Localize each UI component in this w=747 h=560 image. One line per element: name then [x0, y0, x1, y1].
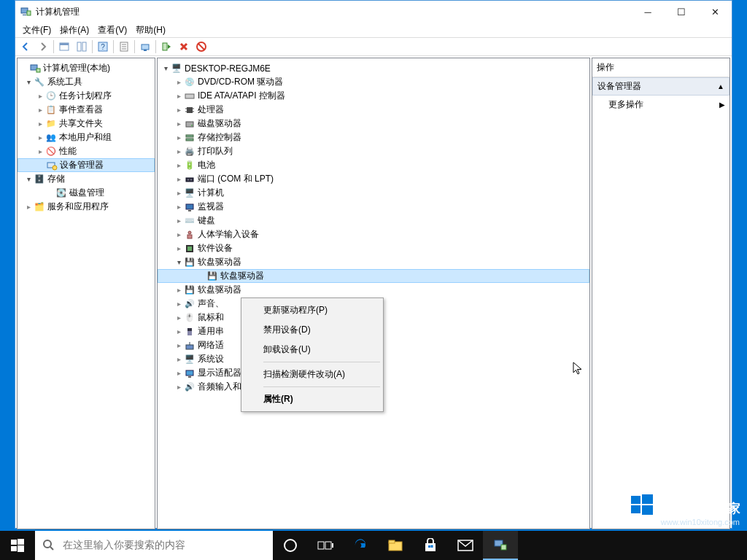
properties-button[interactable]: [116, 39, 132, 55]
disable-button[interactable]: [176, 39, 192, 55]
start-button[interactable]: [0, 531, 35, 560]
expand-icon[interactable]: [35, 92, 45, 100]
expand-icon[interactable]: [174, 217, 184, 225]
device-storage-ctrl[interactable]: 存储控制器: [158, 131, 589, 144]
taskbar-search[interactable]: 在这里输入你要搜索的内容: [35, 531, 273, 560]
tree-disk-mgmt[interactable]: 💽磁盘管理: [18, 186, 155, 200]
tree-task-scheduler[interactable]: 🕒任务计划程序: [18, 89, 155, 103]
actions-more[interactable]: 更多操作 ▶: [592, 96, 729, 114]
device-dvd[interactable]: 💿DVD/CD-ROM 驱动器: [158, 75, 589, 89]
tree-event-viewer[interactable]: 📋事件查看器: [18, 103, 155, 117]
up-button[interactable]: [56, 39, 72, 55]
tree-local-users[interactable]: 👥本地用户和组: [18, 131, 155, 144]
show-hide-button[interactable]: [74, 39, 90, 55]
node-label: 磁盘管理: [69, 187, 104, 199]
device-floppy-ctrl[interactable]: 💾软盘驱动器: [158, 255, 589, 269]
minimize-button[interactable]: ─: [631, 1, 665, 23]
expand-icon[interactable]: [174, 189, 184, 197]
expand-icon[interactable]: [174, 133, 184, 141]
tree-services-apps[interactable]: 🗂️服务和应用程序: [18, 200, 155, 214]
device-floppy-drive[interactable]: 💾软盘驱动器: [158, 269, 589, 283]
node-label: 任务计划程序: [59, 90, 112, 102]
expand-icon[interactable]: [174, 314, 184, 322]
actions-section[interactable]: 设备管理器 ▲: [592, 77, 729, 96]
tree-system-tools[interactable]: 🔧系统工具: [18, 75, 155, 89]
help-button[interactable]: ?: [95, 39, 111, 55]
expand-icon[interactable]: [35, 133, 45, 141]
expand-icon[interactable]: [174, 300, 184, 308]
device-print[interactable]: 🖨️打印队列: [158, 144, 589, 158]
device-host[interactable]: 🖥️DESKTOP-REGJM6E: [158, 61, 589, 75]
mail-button[interactable]: [448, 531, 483, 560]
expand-icon[interactable]: [174, 92, 184, 100]
svg-rect-46: [188, 376, 191, 378]
menu-help[interactable]: 帮助(H): [131, 23, 170, 38]
ctx-uninstall-device[interactable]: 卸载设备(U): [243, 340, 382, 359]
expand-icon[interactable]: [23, 175, 34, 183]
store-button[interactable]: [413, 531, 448, 560]
expand-icon[interactable]: [35, 147, 45, 155]
taskview-button[interactable]: [308, 531, 343, 560]
expand-icon[interactable]: [174, 147, 184, 155]
tree-storage[interactable]: 🗄️存储: [18, 172, 155, 186]
device-ports[interactable]: 端口 (COM 和 LPT): [158, 172, 589, 186]
explorer-button[interactable]: [378, 531, 413, 560]
expand-icon[interactable]: [174, 78, 184, 86]
node-label: 存储控制器: [198, 131, 241, 144]
tree-performance[interactable]: 🚫性能: [18, 144, 155, 158]
console-tree[interactable]: 计算机管理(本地) 🔧系统工具 🕒任务计划程序 📋事件查看器 📁共享文件夹 👥本…: [18, 58, 155, 217]
expand-icon[interactable]: [174, 230, 184, 238]
device-battery[interactable]: 🔋电池: [158, 158, 589, 172]
device-floppy-drive2[interactable]: 💾软盘驱动器: [158, 283, 589, 297]
menu-file[interactable]: 文件(F): [18, 23, 55, 38]
expand-icon[interactable]: [174, 203, 184, 211]
expand-icon[interactable]: [174, 369, 184, 377]
device-keyboard[interactable]: ⌨️键盘: [158, 214, 589, 228]
tree-root[interactable]: 计算机管理(本地): [18, 61, 155, 75]
scan-button[interactable]: [137, 39, 153, 55]
ctx-scan-hardware[interactable]: 扫描检测硬件改动(A): [243, 365, 382, 384]
expand-icon[interactable]: [174, 341, 184, 349]
expand-icon[interactable]: [174, 327, 184, 335]
expand-icon[interactable]: [174, 258, 184, 266]
tree-shared-folders[interactable]: 📁共享文件夹: [18, 117, 155, 131]
expand-icon[interactable]: [174, 244, 184, 252]
menu-action[interactable]: 操作(A): [55, 23, 93, 38]
close-button[interactable]: ✕: [698, 1, 732, 23]
ctx-properties[interactable]: 属性(R): [243, 389, 382, 409]
device-computer[interactable]: 🖥️计算机: [158, 186, 589, 200]
expand-icon[interactable]: [174, 383, 184, 391]
expand-icon[interactable]: [174, 286, 184, 294]
expand-icon[interactable]: [174, 161, 184, 169]
display-adapter-icon: [184, 368, 196, 379]
ctx-update-driver[interactable]: 更新驱动程序(P): [243, 300, 382, 320]
device-ide[interactable]: IDE ATA/ATAPI 控制器: [158, 89, 589, 103]
edge-button[interactable]: [343, 531, 378, 560]
compmgmt-taskbar-button[interactable]: [483, 531, 518, 560]
cortana-button[interactable]: [273, 531, 308, 560]
device-monitor[interactable]: 监视器: [158, 200, 589, 214]
expand-icon[interactable]: [174, 355, 184, 363]
enable-button[interactable]: [158, 39, 174, 55]
expand-icon[interactable]: [160, 64, 171, 72]
ctx-disable-device[interactable]: 禁用设备(D): [243, 320, 382, 340]
device-hid[interactable]: 人体学输入设备: [158, 228, 589, 241]
menu-view[interactable]: 查看(V): [93, 23, 131, 38]
expand-icon[interactable]: [35, 106, 45, 114]
tree-device-manager[interactable]: 设备管理器: [18, 158, 155, 172]
uninstall-button[interactable]: [193, 39, 209, 55]
svg-point-55: [44, 540, 51, 548]
expand-icon[interactable]: [174, 175, 184, 183]
device-cpu[interactable]: 处理器: [158, 103, 589, 117]
forward-button[interactable]: [35, 39, 51, 55]
device-software[interactable]: 软件设备: [158, 241, 589, 255]
back-button[interactable]: [18, 39, 34, 55]
expand-icon[interactable]: [35, 120, 45, 128]
maximize-button[interactable]: ☐: [665, 1, 698, 23]
expand-icon[interactable]: [174, 120, 184, 128]
device-disk[interactable]: 磁盘驱动器: [158, 117, 589, 131]
expand-icon[interactable]: [174, 106, 184, 114]
expand-icon[interactable]: [23, 78, 34, 86]
expand-icon[interactable]: [23, 203, 34, 211]
device-mgr-icon: [46, 160, 58, 171]
